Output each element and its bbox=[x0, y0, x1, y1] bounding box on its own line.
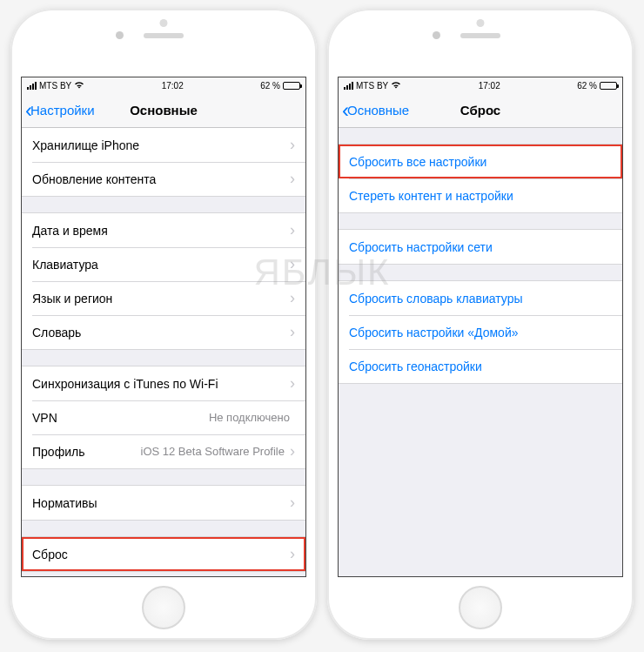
content-left: Хранилище iPhone›Обновление контента›Дат… bbox=[22, 128, 305, 576]
chevron-right-icon: › bbox=[290, 221, 295, 239]
chevron-right-icon: › bbox=[290, 374, 295, 393]
chevron-right-icon: › bbox=[290, 442, 295, 460]
nav-bar: ‹ Основные Сброс bbox=[339, 93, 622, 128]
settings-row[interactable]: Сбросить геонастройки bbox=[339, 349, 622, 383]
chevron-right-icon: › bbox=[290, 494, 295, 512]
settings-group: Сброс› bbox=[22, 536, 305, 572]
carrier-label: MTS BY bbox=[356, 81, 388, 91]
status-bar: MTS BY 17:02 62 % bbox=[22, 77, 305, 93]
chevron-right-icon: › bbox=[290, 289, 295, 307]
settings-row[interactable]: Стереть контент и настройки bbox=[339, 178, 622, 212]
wifi-icon bbox=[391, 81, 401, 91]
settings-group: Сбросить настройки сети bbox=[339, 229, 622, 265]
settings-row[interactable]: VPNНе подключено bbox=[22, 400, 305, 434]
settings-group: Нормативы› bbox=[22, 485, 305, 521]
back-label: Настройки bbox=[30, 103, 95, 118]
settings-row[interactable]: Сбросить настройки сети bbox=[339, 230, 622, 264]
row-label: Сбросить все настройки bbox=[349, 155, 486, 169]
chevron-right-icon: › bbox=[290, 323, 295, 341]
settings-row[interactable]: Синхронизация с iTunes по Wi-Fi› bbox=[22, 366, 305, 400]
sensor-dot bbox=[477, 19, 485, 27]
phone-speaker bbox=[144, 33, 184, 38]
row-label: Хранилище iPhone bbox=[32, 138, 139, 152]
back-label: Основные bbox=[347, 103, 409, 118]
row-label: VPN bbox=[32, 411, 57, 425]
status-time: 17:02 bbox=[162, 81, 184, 91]
settings-group: Сбросить словарь клавиатурыСбросить наст… bbox=[339, 280, 622, 384]
row-label: Словарь bbox=[32, 326, 81, 339]
battery-pct: 62 % bbox=[577, 81, 597, 91]
sensor-dot bbox=[160, 19, 168, 27]
settings-group: Хранилище iPhone›Обновление контента› bbox=[22, 128, 305, 197]
row-label: Сброс bbox=[32, 548, 68, 561]
back-button[interactable]: ‹ Настройки bbox=[25, 103, 95, 118]
back-button[interactable]: ‹ Основные bbox=[342, 103, 409, 118]
signal-icon bbox=[344, 82, 353, 90]
row-label: Дата и время bbox=[32, 224, 108, 238]
row-label: Язык и регион bbox=[32, 292, 112, 306]
settings-row[interactable]: Обновление контента› bbox=[22, 162, 305, 196]
settings-group: Синхронизация с iTunes по Wi-Fi›VPNНе по… bbox=[22, 366, 305, 469]
home-button[interactable] bbox=[142, 586, 185, 629]
page-title: Основные bbox=[130, 103, 198, 118]
battery-icon bbox=[600, 82, 617, 90]
settings-row[interactable]: Язык и регион› bbox=[22, 281, 305, 315]
nav-bar: ‹ Настройки Основные bbox=[22, 93, 305, 128]
row-label: Нормативы bbox=[32, 496, 97, 510]
row-label: Синхронизация с iTunes по Wi-Fi bbox=[32, 377, 218, 391]
row-label: Профиль bbox=[32, 445, 84, 459]
settings-row[interactable]: Клавиатура› bbox=[22, 247, 305, 281]
signal-icon bbox=[27, 82, 37, 90]
settings-row[interactable]: Хранилище iPhone› bbox=[22, 128, 305, 162]
screen-left: MTS BY 17:02 62 % ‹ Настройки Основные Х… bbox=[21, 77, 306, 577]
front-camera bbox=[116, 31, 124, 39]
row-label: Сбросить настройки сети bbox=[349, 240, 493, 254]
phone-right: MTS BY 17:02 62 % ‹ Основные Сброс Сброс… bbox=[327, 9, 634, 640]
chevron-right-icon: › bbox=[290, 170, 295, 188]
row-label: Сбросить геонастройки bbox=[349, 360, 482, 373]
screen-right: MTS BY 17:02 62 % ‹ Основные Сброс Сброс… bbox=[338, 77, 623, 577]
phone-left: MTS BY 17:02 62 % ‹ Настройки Основные Х… bbox=[10, 9, 317, 640]
settings-row[interactable]: Сбросить настройки «Домой» bbox=[339, 315, 622, 349]
settings-group: Дата и время›Клавиатура›Язык и регион›Сл… bbox=[22, 212, 305, 350]
settings-row[interactable]: Словарь› bbox=[22, 315, 305, 349]
settings-group: Сбросить все настройкиСтереть контент и … bbox=[339, 144, 622, 213]
row-detail: iOS 12 Beta Software Profile bbox=[141, 445, 285, 458]
status-time: 17:02 bbox=[479, 81, 500, 91]
content-right: Сбросить все настройкиСтереть контент и … bbox=[339, 128, 622, 576]
settings-row[interactable]: Дата и время› bbox=[22, 213, 305, 247]
row-label: Обновление контента bbox=[32, 172, 156, 186]
settings-row[interactable]: Сбросить все настройки bbox=[339, 145, 622, 178]
wifi-icon bbox=[74, 81, 84, 91]
status-bar: MTS BY 17:02 62 % bbox=[339, 77, 622, 93]
chevron-right-icon: › bbox=[290, 255, 295, 273]
row-label: Клавиатура bbox=[32, 258, 98, 272]
row-label: Сбросить настройки «Домой» bbox=[349, 326, 519, 339]
battery-icon bbox=[283, 82, 300, 90]
battery-pct: 62 % bbox=[260, 81, 280, 91]
row-detail: Не подключено bbox=[209, 411, 290, 424]
chevron-right-icon: › bbox=[290, 136, 295, 154]
row-label: Стереть контент и настройки bbox=[349, 189, 513, 203]
row-label: Сбросить словарь клавиатуры bbox=[349, 292, 523, 306]
settings-row[interactable]: ПрофильiOS 12 Beta Software Profile› bbox=[22, 434, 305, 468]
phone-speaker bbox=[460, 33, 500, 38]
home-button[interactable] bbox=[459, 586, 502, 629]
front-camera bbox=[433, 31, 440, 39]
settings-row[interactable]: Сбросить словарь клавиатуры bbox=[339, 281, 622, 315]
carrier-label: MTS BY bbox=[39, 81, 71, 91]
page-title: Сброс bbox=[460, 103, 500, 118]
chevron-right-icon: › bbox=[290, 545, 295, 563]
settings-row[interactable]: Сброс› bbox=[22, 537, 305, 571]
settings-row[interactable]: Нормативы› bbox=[22, 486, 305, 520]
